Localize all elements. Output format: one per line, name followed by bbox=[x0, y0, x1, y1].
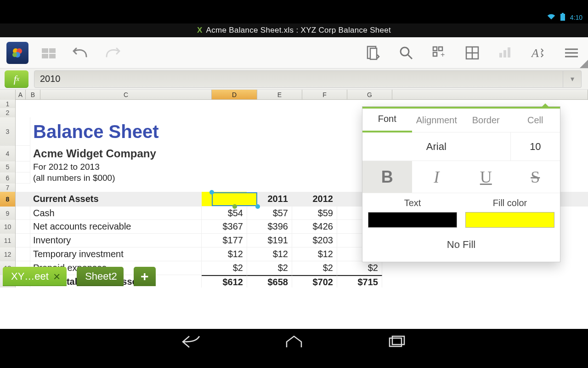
line-item[interactable]: Net accounts receivable bbox=[30, 220, 202, 234]
row-header[interactable]: 8 bbox=[0, 192, 16, 207]
total-value[interactable]: $612 bbox=[202, 275, 247, 288]
col-header-F[interactable]: F bbox=[302, 90, 347, 99]
col-header-C[interactable]: C bbox=[40, 90, 212, 99]
chart-button[interactable] bbox=[495, 43, 515, 63]
col-header-A[interactable]: A bbox=[16, 90, 26, 99]
fill-color-swatch[interactable] bbox=[465, 212, 554, 228]
cell-value[interactable]: $2 bbox=[202, 261, 247, 275]
strikethrough-button[interactable]: S bbox=[511, 161, 560, 193]
column-headers[interactable]: A B C D E F G bbox=[0, 90, 588, 100]
cell-value[interactable]: $191 bbox=[247, 234, 292, 247]
row-header[interactable]: 12 bbox=[0, 247, 16, 261]
text-color-swatch[interactable] bbox=[368, 212, 457, 228]
year-header[interactable]: 2012 bbox=[292, 192, 337, 207]
col-header-B[interactable]: B bbox=[26, 90, 40, 99]
no-fill-button[interactable]: No Fill bbox=[362, 230, 560, 262]
row-header[interactable]: 5 bbox=[0, 161, 16, 172]
font-name-selector[interactable]: Arial bbox=[362, 132, 511, 161]
cell-value[interactable]: $59 bbox=[292, 207, 337, 220]
total-value[interactable]: $658 bbox=[247, 275, 292, 288]
formula-expand-button[interactable]: ▾ bbox=[563, 70, 582, 88]
close-icon[interactable]: × bbox=[53, 270, 60, 284]
col-header-E[interactable]: E bbox=[257, 90, 302, 99]
row-header[interactable]: 4 bbox=[0, 146, 16, 161]
year-header[interactable]: 2010 bbox=[202, 192, 247, 207]
sheet-title[interactable]: Balance Sheet bbox=[30, 117, 202, 146]
row-header[interactable]: 2 bbox=[0, 108, 16, 117]
formula-input[interactable]: 2010 bbox=[34, 70, 563, 88]
format-text-button[interactable]: A bbox=[528, 43, 548, 63]
cell-value[interactable]: $367 bbox=[202, 220, 247, 234]
undo-button[interactable] bbox=[71, 43, 91, 63]
cell-value[interactable]: $2 bbox=[337, 261, 382, 275]
home-button[interactable] bbox=[284, 334, 304, 351]
menu-button[interactable] bbox=[561, 43, 582, 63]
sheet-tab-active[interactable]: XY…eet × bbox=[3, 267, 67, 286]
row-header[interactable]: 1 bbox=[0, 100, 16, 108]
font-size-selector[interactable]: 10 bbox=[511, 132, 560, 161]
row-header[interactable]: 9 bbox=[0, 207, 16, 220]
section-header[interactable]: Current Assets bbox=[30, 192, 202, 207]
company-name[interactable]: Acme Widget Company bbox=[30, 146, 202, 161]
cell-value[interactable]: $426 bbox=[292, 220, 337, 234]
underline-button[interactable]: U bbox=[461, 161, 511, 193]
grid-button[interactable] bbox=[462, 43, 482, 63]
cell-value[interactable]: $203 bbox=[292, 234, 337, 247]
cell[interactable] bbox=[16, 207, 30, 220]
cell-value[interactable]: $12 bbox=[292, 247, 337, 261]
cell-value[interactable]: $2 bbox=[292, 261, 337, 275]
line-item[interactable]: Temporary investment bbox=[30, 247, 202, 261]
search-button[interactable] bbox=[396, 43, 416, 63]
cell-value[interactable]: $2 bbox=[247, 261, 292, 275]
col-header-G[interactable]: G bbox=[347, 90, 392, 99]
cell[interactable] bbox=[16, 161, 30, 172]
bold-button[interactable]: B bbox=[362, 161, 412, 193]
cell[interactable] bbox=[16, 192, 30, 207]
col-header-rest[interactable] bbox=[392, 90, 588, 99]
line-item[interactable]: Cash bbox=[30, 207, 202, 220]
row-header[interactable]: 7 bbox=[0, 184, 16, 192]
paste-button[interactable] bbox=[40, 43, 60, 63]
units-text[interactable]: (all numbers in $000) bbox=[30, 172, 202, 184]
italic-button[interactable]: I bbox=[412, 161, 462, 193]
total-value[interactable]: $702 bbox=[292, 275, 337, 288]
year-header[interactable]: 2011 bbox=[247, 192, 292, 207]
cell[interactable] bbox=[16, 220, 30, 234]
selection-handle[interactable] bbox=[255, 204, 260, 209]
tab-cell[interactable]: Cell bbox=[511, 115, 560, 132]
row-header[interactable]: 10 bbox=[0, 220, 16, 234]
cell-value[interactable]: $177 bbox=[202, 234, 247, 247]
cell-value[interactable]: $12 bbox=[247, 247, 292, 261]
tab-border[interactable]: Border bbox=[461, 115, 511, 132]
sheet-tab[interactable]: Sheet2 bbox=[77, 267, 124, 286]
redo-button[interactable] bbox=[102, 43, 122, 63]
fx-button[interactable]: fx bbox=[5, 70, 28, 88]
cell-value[interactable]: $396 bbox=[247, 220, 292, 234]
col-header-D[interactable]: D bbox=[212, 90, 257, 99]
tab-alignment[interactable]: Alignment bbox=[412, 115, 462, 132]
line-item[interactable]: Inventory bbox=[30, 234, 202, 247]
cell[interactable] bbox=[16, 234, 30, 247]
cell[interactable] bbox=[16, 117, 30, 146]
row-header[interactable]: 3 bbox=[0, 117, 16, 146]
cell[interactable] bbox=[16, 172, 30, 184]
add-sheet-button[interactable]: + bbox=[134, 267, 156, 286]
insert-button[interactable]: + bbox=[429, 43, 449, 63]
selection-handle[interactable] bbox=[209, 190, 214, 195]
back-button[interactable] bbox=[181, 334, 201, 351]
fill-handle[interactable] bbox=[232, 204, 237, 209]
select-all-corner[interactable] bbox=[0, 90, 16, 100]
tab-font[interactable]: Font bbox=[362, 114, 412, 132]
app-icon[interactable] bbox=[6, 42, 28, 64]
total-value[interactable]: $715 bbox=[337, 275, 382, 288]
row-header[interactable]: 11 bbox=[0, 234, 16, 247]
cell-value[interactable]: $54 bbox=[202, 207, 247, 220]
resize-corner-icon[interactable] bbox=[580, 60, 588, 68]
cell-value[interactable]: $57 bbox=[247, 207, 292, 220]
cell[interactable] bbox=[16, 247, 30, 261]
recents-button[interactable] bbox=[387, 334, 407, 351]
cell[interactable] bbox=[16, 146, 30, 161]
clipboard-button[interactable] bbox=[363, 43, 383, 63]
cell-value[interactable]: $12 bbox=[202, 247, 247, 261]
period-text[interactable]: For 2012 to 2013 bbox=[30, 161, 202, 172]
